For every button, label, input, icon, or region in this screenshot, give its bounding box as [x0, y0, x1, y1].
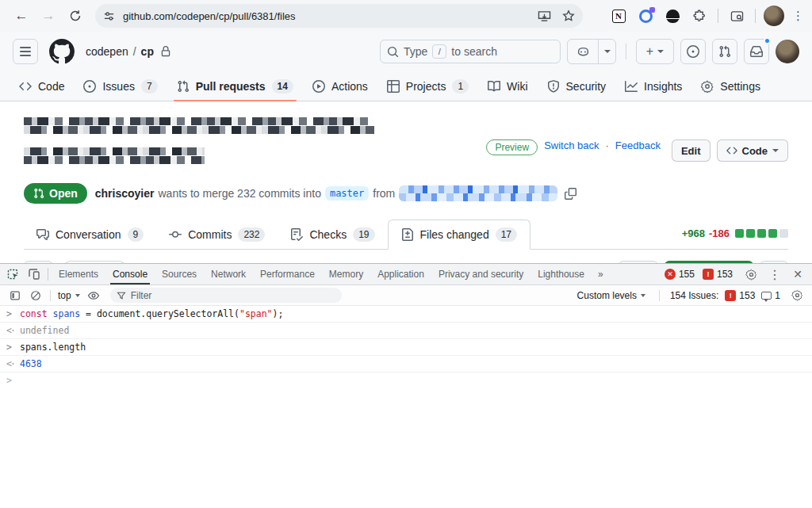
- devtools-tab-elements[interactable]: Elements: [52, 264, 105, 285]
- tab-wiki[interactable]: Wiki: [478, 71, 537, 101]
- devtools-tab-console[interactable]: Console: [105, 264, 155, 285]
- console-filter-input[interactable]: Filter: [110, 288, 342, 303]
- tab-actions[interactable]: Actions: [303, 71, 377, 101]
- browser-profile-avatar[interactable]: [763, 5, 785, 27]
- tab-security[interactable]: Security: [538, 71, 616, 101]
- play-icon: [312, 80, 325, 93]
- copilot-icon[interactable]: [568, 40, 598, 63]
- forward-icon[interactable]: →: [37, 5, 59, 27]
- files-filter-tab[interactable]: All…: [64, 261, 125, 263]
- preview-badge: Preview: [486, 139, 538, 155]
- more-tabs-chevron[interactable]: »: [592, 269, 610, 280]
- devtools-menu-dots-icon[interactable]: ⋮: [764, 264, 785, 285]
- devtools-tab-sources[interactable]: Sources: [155, 264, 204, 285]
- console-result-entry: <· 4638: [0, 356, 812, 372]
- tab-insights[interactable]: Insights: [615, 71, 691, 101]
- code-button[interactable]: Code: [717, 139, 789, 162]
- issues-badge[interactable]: ! 153: [703, 269, 733, 280]
- console-log-area[interactable]: > const spans = document.querySelectorAl…: [0, 306, 812, 508]
- copilot-button[interactable]: [567, 39, 616, 64]
- tab-checks[interactable]: Checks 19: [278, 220, 387, 249]
- copilot-caret[interactable]: [598, 40, 615, 63]
- head-branch-redacted[interactable]: [399, 185, 557, 201]
- devtools-tab-lighthouse[interactable]: Lighthouse: [530, 264, 592, 285]
- error-circle-icon: ✕: [665, 269, 676, 280]
- issues-summary-label: 154 Issues:: [670, 290, 718, 301]
- file-tree-toggle-button[interactable]: [24, 261, 53, 263]
- eye-live-expression-icon[interactable]: [83, 285, 104, 306]
- burger-extension-icon[interactable]: [661, 5, 684, 27]
- diff-settings-gear-button[interactable]: [760, 261, 788, 263]
- pr-title-redacted: [24, 117, 374, 164]
- github-user-avatar[interactable]: [776, 40, 799, 63]
- bookmark-star-icon[interactable]: [562, 10, 575, 22]
- create-new-button[interactable]: +: [636, 39, 674, 64]
- tab-commits[interactable]: Commits 232: [156, 220, 278, 249]
- switch-back-link[interactable]: Switch back: [544, 139, 599, 151]
- reload-icon[interactable]: [64, 5, 86, 27]
- console-sidebar-icon[interactable]: [5, 285, 25, 306]
- gear-icon: [701, 80, 714, 93]
- pull-requests-button[interactable]: [712, 39, 737, 64]
- breadcrumb-repo[interactable]: cp: [141, 45, 154, 58]
- site-settings-icon[interactable]: [103, 10, 115, 22]
- devtools-settings-gear-icon[interactable]: [741, 264, 761, 285]
- git-pull-request-icon: [177, 80, 190, 93]
- devtools-tab-privacy[interactable]: Privacy and security: [431, 264, 530, 285]
- browser-menu-icon[interactable]: ⋮: [792, 9, 804, 23]
- filter-placeholder: Filter: [131, 290, 152, 301]
- messages-count[interactable]: 1: [761, 290, 780, 301]
- tab-code[interactable]: Code: [10, 71, 74, 101]
- issues-count-badge: 7: [141, 79, 158, 94]
- clear-console-icon[interactable]: [25, 285, 46, 306]
- devtools-tabbar: Elements Console Sources Network Perform…: [0, 264, 812, 285]
- edit-button[interactable]: Edit: [672, 139, 710, 162]
- search-placeholder-right: to search: [451, 45, 497, 58]
- issues-button[interactable]: [680, 39, 706, 64]
- issues-count-link[interactable]: ! 153: [725, 290, 755, 301]
- back-icon[interactable]: ←: [10, 5, 33, 27]
- devtools-tab-network[interactable]: Network: [204, 264, 253, 285]
- extensions-puzzle-icon[interactable]: [688, 5, 710, 27]
- url-text[interactable]: github.com/codepen/cp/pull/6381/files: [123, 10, 527, 22]
- console-toolbar: top Filter Custom levels 154 Issues: ! 1…: [0, 285, 812, 306]
- notion-extension-icon[interactable]: N: [607, 5, 630, 27]
- install-icon[interactable]: [538, 10, 551, 22]
- base-branch-label[interactable]: master: [325, 186, 369, 201]
- submit-review-button[interactable]: Submit review: [665, 261, 753, 263]
- code-icon: [19, 80, 32, 93]
- tab-projects[interactable]: Projects 1: [377, 71, 478, 101]
- devtools-tab-application[interactable]: Application: [370, 264, 431, 285]
- git-pull-request-icon: [718, 45, 731, 58]
- devtools-close-icon[interactable]: ✕: [788, 268, 807, 281]
- inspect-element-icon[interactable]: [3, 264, 24, 285]
- search-tabs-icon[interactable]: [726, 5, 748, 27]
- tab-pull-requests[interactable]: Pull requests 14: [167, 71, 303, 101]
- breadcrumb: codepen / cp: [86, 45, 171, 58]
- url-bar[interactable]: github.com/codepen/cp/pull/6381/files: [95, 4, 583, 28]
- devtools-tab-performance[interactable]: Performance: [253, 264, 322, 285]
- password-extension-icon[interactable]: [634, 5, 657, 27]
- pr-author-link[interactable]: chriscoyier: [95, 187, 155, 200]
- search-input[interactable]: Type / to search: [380, 40, 561, 63]
- pr-tab-bar: Conversation 9 Commits 232 Checks 19 Fil…: [24, 218, 788, 250]
- tab-issues[interactable]: Issues 7: [74, 71, 167, 101]
- context-selector[interactable]: top: [55, 290, 83, 301]
- console-prompt[interactable]: >: [0, 372, 812, 388]
- tab-settings[interactable]: Settings: [691, 71, 770, 101]
- custom-levels-dropdown[interactable]: Custom levels: [574, 290, 649, 301]
- console-settings-gear-icon[interactable]: [787, 285, 807, 306]
- tab-conversation[interactable]: Conversation 9: [24, 220, 156, 249]
- device-toolbar-icon[interactable]: [24, 264, 44, 285]
- search-placeholder-left: Type: [404, 45, 427, 58]
- console-error-badge[interactable]: ✕ 155: [665, 269, 695, 280]
- breadcrumb-org[interactable]: codepen: [86, 45, 128, 58]
- global-nav-menu-button[interactable]: [13, 39, 38, 64]
- github-logo-icon[interactable]: [49, 39, 75, 64]
- feedback-link[interactable]: Feedback: [615, 139, 661, 151]
- tab-files-changed[interactable]: Files changed 17: [388, 220, 531, 250]
- copy-branch-icon[interactable]: [565, 188, 576, 200]
- review-changes-button[interactable]: [619, 261, 658, 263]
- notifications-inbox-button[interactable]: [744, 39, 769, 64]
- devtools-tab-memory[interactable]: Memory: [322, 264, 370, 285]
